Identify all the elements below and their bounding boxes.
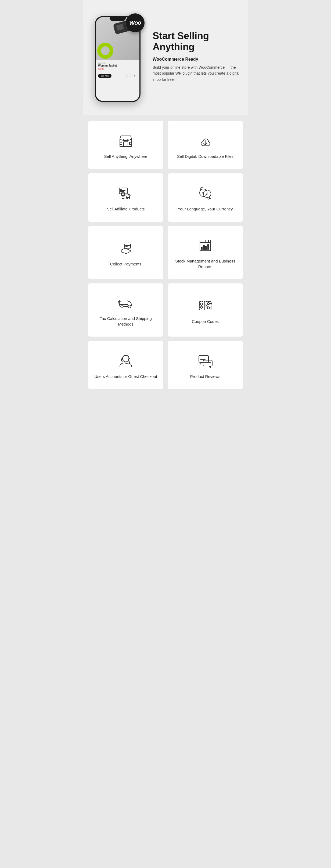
store-icon [117, 132, 134, 149]
feature-card-users: Users Accounts or Guest Checkout [88, 341, 163, 389]
currency-icon: € $ [197, 185, 214, 202]
phone-buy-button[interactable]: Buy Now [98, 74, 111, 78]
hero-title: Start Selling Anything [153, 30, 243, 53]
svg-rect-36 [119, 300, 128, 306]
payment-icon [117, 240, 134, 257]
feature-label-payments: Collect Payments [110, 261, 142, 267]
feature-label-sell-anywhere: Sell Anything, Anywhere [104, 154, 147, 159]
svg-rect-15 [122, 197, 124, 198]
svg-rect-57 [129, 359, 130, 361]
feature-label-currency: Your Language, Your Currency [178, 206, 233, 212]
float-ring-image [97, 43, 113, 59]
coupon-icon [197, 297, 214, 314]
feature-label-reports: Stock Management and Business Reports [173, 258, 238, 270]
feature-card-sell-digital: Sell Digital, Downloadable Files [168, 121, 243, 169]
feature-card-reviews: Product Reviews [168, 341, 243, 389]
hero-subtitle: WooCommerce Ready [153, 57, 243, 62]
svg-point-16 [127, 197, 128, 198]
svg-point-49 [208, 303, 210, 305]
affiliate-icon [117, 185, 134, 202]
phone-cart-icon[interactable]: ⊕ [132, 73, 137, 79]
feature-label-users: Users Accounts or Guest Checkout [94, 374, 157, 379]
svg-point-50 [208, 307, 210, 309]
hero-section: Woo Jackets Woman Jacket $8.00 Buy Now ♡ [83, 0, 248, 116]
feature-card-sell-anywhere: Sell Anything, Anywhere [88, 121, 163, 169]
svg-point-38 [128, 305, 131, 308]
svg-rect-61 [203, 360, 212, 366]
hero-description: Build your online store with WooCommerce… [153, 64, 243, 83]
woo-badge: Woo [126, 13, 144, 32]
feature-label-coupons: Coupon Codes [192, 318, 219, 324]
svg-point-17 [129, 197, 130, 198]
hero-phone-wrapper: Woo Jackets Woman Jacket $8.00 Buy Now ♡ [88, 11, 147, 102]
svg-rect-56 [121, 359, 123, 361]
user-icon [117, 352, 134, 369]
shipping-icon [117, 294, 134, 311]
feature-card-sell-affiliate: Sell Affiliate Products [88, 174, 163, 222]
feature-card-currency: € $ Your Language, Your Currency [168, 174, 243, 222]
svg-text:€: € [202, 191, 204, 195]
reports-icon [197, 237, 214, 254]
phone-actions: Buy Now ♡ ⊕ [96, 72, 139, 80]
phone-product-info: Jackets Woman Jacket $8.00 [96, 60, 139, 72]
feature-label-reviews: Product Reviews [190, 374, 221, 379]
svg-rect-4 [120, 142, 122, 145]
cloud-download-icon [197, 132, 214, 149]
feature-card-reports: Stock Management and Business Reports [168, 226, 243, 279]
phone-notch [110, 16, 126, 21]
phone-icon-buttons: ♡ ⊕ [126, 73, 137, 79]
svg-rect-5 [130, 142, 132, 145]
reviews-icon [197, 352, 214, 369]
svg-rect-58 [199, 355, 209, 362]
phone-wishlist-icon[interactable]: ♡ [126, 73, 131, 79]
hero-text: Start Selling Anything WooCommerce Ready… [153, 30, 243, 83]
feature-card-shipping: Tax Calculation and Shipping Methods [88, 283, 163, 337]
feature-label-shipping: Tax Calculation and Shipping Methods [93, 316, 158, 327]
svg-text:$: $ [206, 192, 208, 196]
phone-price: $8.00 [98, 68, 137, 70]
svg-rect-1 [123, 142, 128, 147]
feature-label-sell-affiliate: Sell Affiliate Products [107, 206, 145, 212]
features-grid: Sell Anything, Anywhere Sell Digital, Do… [88, 121, 243, 389]
svg-point-37 [121, 305, 123, 308]
svg-point-35 [208, 244, 209, 245]
svg-rect-23 [125, 244, 131, 248]
feature-label-sell-digital: Sell Digital, Downloadable Files [177, 154, 233, 159]
features-section: Sell Anything, Anywhere Sell Digital, Do… [83, 116, 248, 395]
feature-card-coupons: Coupon Codes [168, 283, 243, 337]
phone-category: Jackets [98, 62, 137, 64]
feature-card-payments: Collect Payments [88, 226, 163, 279]
phone-product-name: Woman Jacket [98, 64, 137, 67]
